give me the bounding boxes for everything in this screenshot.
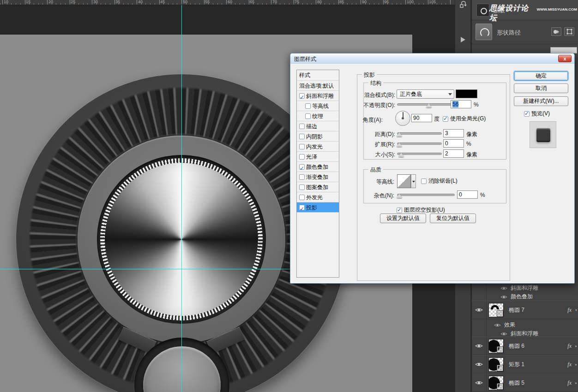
shadow-color-swatch[interactable] — [456, 89, 477, 98]
masks-panel-row[interactable]: 蒙版 思缘设计论坛 WWW.MISSYUAN.COM — [472, 0, 578, 20]
ruler-label: 75 — [295, 0, 299, 4]
layer-name[interactable]: 椭圆 6 — [509, 342, 524, 350]
layer-fx-badge[interactable]: fx — [567, 307, 572, 314]
size-slider-thumb[interactable] — [398, 153, 404, 157]
style-item-stroke[interactable]: 描边 — [297, 121, 339, 131]
noise-label: 杂色(N): — [360, 192, 394, 200]
layer-row-rectangle-1[interactable]: 矩形 1 fx ▸ — [472, 355, 578, 374]
layer-fx-badge[interactable]: fx — [567, 361, 572, 368]
style-item-inner-shadow[interactable]: 内阴影 — [297, 131, 339, 142]
style-item-inner-glow[interactable]: 内发光 — [297, 142, 339, 152]
antialias-checkbox[interactable]: 消除锯齿(L) — [421, 177, 458, 185]
opacity-field[interactable]: 56 — [451, 100, 471, 108]
shape-path-row[interactable]: 形状路径 — [472, 20, 578, 44]
style-item-drop-shadow[interactable]: 投影 — [297, 202, 339, 213]
layer-row-ellipse-7[interactable]: 椭圆 7 fx ▾ — [472, 301, 578, 319]
global-light-checkbox[interactable]: 使用全局光(G) — [443, 115, 486, 123]
quality-group-label: 品质 — [368, 166, 383, 174]
style-item-pattern-overlay[interactable]: 图案叠加 — [297, 182, 339, 192]
angle-dial[interactable] — [395, 111, 410, 126]
layer-visibility-icon[interactable] — [475, 344, 483, 349]
collapse-effects-icon[interactable]: ▸ — [575, 362, 577, 367]
spread-field[interactable]: 0 — [443, 139, 464, 148]
layer-row-ellipse-6[interactable]: 椭圆 6 fx ▸ — [472, 337, 578, 355]
style-item-blending-options[interactable]: 混合选项:默认 — [297, 81, 339, 91]
layer-thumbnail[interactable] — [488, 339, 504, 353]
style-item-satin[interactable]: 光泽 — [297, 152, 339, 162]
contour-dropdown-icon[interactable] — [411, 174, 416, 188]
contour-thumbnail[interactable] — [397, 174, 411, 188]
layer-thumbnail[interactable] — [488, 303, 504, 317]
horizontal-ruler[interactable]: 10 15 20 25 30 35 40 45 50 55 60 65 70 7… — [0, 0, 455, 5]
style-item-gradient-overlay[interactable]: 渐变叠加 — [297, 172, 339, 182]
cancel-button[interactable]: 取消 — [514, 83, 568, 93]
size-field[interactable]: 2 — [443, 149, 464, 158]
layer-thumbnail[interactable] — [488, 357, 504, 372]
effect-visibility-icon[interactable] — [500, 331, 507, 336]
noise-slider[interactable] — [397, 194, 455, 196]
distance-field[interactable]: 3 — [443, 129, 464, 137]
reset-default-button[interactable]: 复位为默认值 — [430, 214, 476, 223]
noise-slider-thumb[interactable] — [397, 194, 402, 198]
collapse-effects-icon[interactable]: ▾ — [575, 308, 577, 312]
layer-fx-badge[interactable]: fx — [567, 380, 572, 386]
size-slider[interactable] — [397, 153, 442, 155]
shape-path-thumbnail[interactable] — [476, 24, 492, 40]
effects-group-row[interactable]: 效果 — [472, 320, 578, 329]
history-panel-icon[interactable] — [457, 0, 470, 11]
effect-row-color-overlay[interactable]: 颜色叠加 — [472, 292, 578, 301]
blend-mode-dropdown[interactable]: 正片叠底 — [397, 89, 454, 99]
layer-knockout-checkbox[interactable]: 图层挖空投影(U) — [397, 206, 445, 214]
effect-visibility-icon[interactable] — [500, 294, 507, 299]
vertical-guide[interactable] — [181, 5, 182, 392]
style-item-color-overlay[interactable]: 颜色叠加 — [297, 162, 339, 172]
opacity-slider[interactable] — [397, 103, 454, 106]
preview-checkbox[interactable]: 预览(V) — [524, 110, 550, 118]
actions-panel-icon[interactable] — [457, 33, 470, 46]
dialog-title: 图层样式 — [294, 55, 316, 63]
effect-label[interactable]: 斜面和浮雕 — [511, 284, 538, 291]
distance-slider-thumb[interactable] — [397, 132, 402, 137]
set-default-button[interactable]: 设置为默认值 — [380, 214, 426, 223]
spread-slider[interactable] — [397, 143, 442, 145]
collapse-effects-icon[interactable]: ▸ — [575, 381, 577, 385]
angle-field[interactable]: 90 — [411, 114, 432, 122]
drop-shadow-group-label: 投影 — [362, 71, 377, 79]
layer-name[interactable]: 椭圆 7 — [509, 306, 524, 314]
style-item-texture[interactable]: 纹理 — [297, 111, 339, 121]
mask-thumbnail-icon[interactable] — [476, 4, 489, 17]
distance-unit: 像素 — [466, 131, 477, 138]
chevron-down-icon — [448, 93, 452, 95]
effect-row-bevel-emboss[interactable]: 斜面和浮雕 — [472, 283, 578, 292]
layer-name[interactable]: 椭圆 5 — [509, 379, 524, 387]
collapse-effects-icon[interactable]: ▸ — [575, 344, 577, 348]
new-style-button[interactable]: 新建样式(W)... — [514, 96, 568, 106]
ruler-label: 30 — [93, 0, 98, 4]
layer-row-ellipse-5[interactable]: 椭圆 5 fx ▸ — [472, 374, 578, 392]
add-mask-icon[interactable] — [551, 27, 561, 36]
layer-name[interactable]: 矩形 1 — [509, 361, 524, 368]
ruler-label: 45 — [160, 0, 165, 4]
layer-visibility-icon[interactable] — [475, 308, 483, 313]
spread-slider-thumb[interactable] — [397, 143, 402, 147]
layer-thumbnail[interactable] — [488, 376, 504, 390]
style-item-outer-glow[interactable]: 外发光 — [297, 192, 339, 202]
layer-fx-badge[interactable]: fx — [567, 343, 572, 350]
close-icon[interactable]: x — [558, 55, 572, 62]
effect-visibility-icon[interactable] — [500, 285, 507, 290]
distance-slider[interactable] — [397, 132, 442, 135]
ok-button[interactable]: 确定 — [514, 71, 568, 81]
noise-field[interactable]: 0 — [457, 190, 478, 199]
layer-visibility-icon[interactable] — [475, 362, 483, 367]
effect-label[interactable]: 颜色叠加 — [511, 292, 533, 300]
layer-visibility-icon[interactable] — [475, 380, 483, 386]
path-operations-icon[interactable] — [564, 27, 574, 36]
ruler-label: 25 — [71, 0, 75, 4]
watermark-cn: 思缘设计论坛 — [489, 4, 535, 23]
dialog-titlebar[interactable]: 图层样式 x — [290, 53, 574, 64]
effects-group-label[interactable]: 效果 — [504, 321, 515, 328]
opacity-slider-thumb[interactable] — [426, 103, 432, 107]
effect-label[interactable]: 斜面和浮雕 — [511, 329, 538, 337]
ruler-label: 55 — [205, 0, 210, 4]
effects-visibility-icon[interactable] — [494, 322, 501, 327]
